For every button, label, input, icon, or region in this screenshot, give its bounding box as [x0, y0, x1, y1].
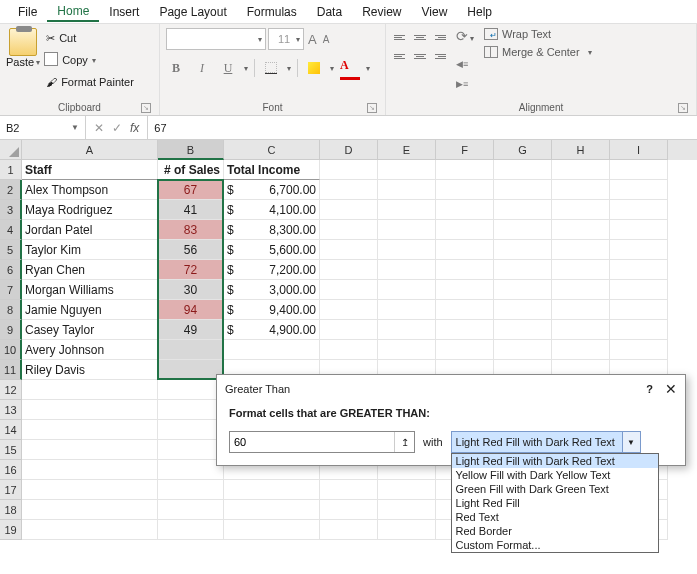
- cell-C3[interactable]: $4,100.00: [224, 200, 320, 220]
- cell-H3[interactable]: [552, 200, 610, 220]
- cell-D6[interactable]: [320, 260, 378, 280]
- cell-E18[interactable]: [378, 500, 436, 520]
- menu-formulas[interactable]: Formulas: [237, 3, 307, 21]
- cell-C1[interactable]: Total Income: [224, 160, 320, 180]
- align-top-right[interactable]: [430, 28, 448, 46]
- font-size-select[interactable]: 11▾: [268, 28, 304, 50]
- cell-B11[interactable]: [158, 360, 224, 380]
- cell-H8[interactable]: [552, 300, 610, 320]
- row-header[interactable]: 5: [0, 240, 22, 260]
- row-header[interactable]: 3: [0, 200, 22, 220]
- cell-G1[interactable]: [494, 160, 552, 180]
- align-left[interactable]: [392, 47, 410, 65]
- cell-E8[interactable]: [378, 300, 436, 320]
- cell-F6[interactable]: [436, 260, 494, 280]
- cell-B9[interactable]: 49: [158, 320, 224, 340]
- row-header[interactable]: 2: [0, 180, 22, 200]
- bold-button[interactable]: B: [166, 58, 186, 78]
- cell-B5[interactable]: 56: [158, 240, 224, 260]
- font-launcher[interactable]: ↘: [367, 103, 377, 113]
- format-painter-button[interactable]: Format Painter: [44, 72, 136, 92]
- cell-E2[interactable]: [378, 180, 436, 200]
- cell-F2[interactable]: [436, 180, 494, 200]
- cell-C10[interactable]: [224, 340, 320, 360]
- row-header[interactable]: 8: [0, 300, 22, 320]
- cell-D9[interactable]: [320, 320, 378, 340]
- cell-C8[interactable]: $9,400.00: [224, 300, 320, 320]
- fill-color-button[interactable]: [304, 58, 324, 78]
- increase-indent-button[interactable]: ▶≡: [456, 76, 476, 92]
- cell-D17[interactable]: [320, 480, 378, 500]
- cell-B7[interactable]: 30: [158, 280, 224, 300]
- col-header-F[interactable]: F: [436, 140, 494, 160]
- cell-E10[interactable]: [378, 340, 436, 360]
- cell-E5[interactable]: [378, 240, 436, 260]
- col-header-H[interactable]: H: [552, 140, 610, 160]
- cell-G3[interactable]: [494, 200, 552, 220]
- cell-A4[interactable]: Jordan Patel: [22, 220, 158, 240]
- cell-C4[interactable]: $8,300.00: [224, 220, 320, 240]
- select-all-corner[interactable]: [0, 140, 22, 160]
- align-right[interactable]: [430, 47, 448, 65]
- dialog-help-button[interactable]: ?: [646, 383, 653, 395]
- cell-B10[interactable]: [158, 340, 224, 360]
- cell-A19[interactable]: [22, 520, 158, 540]
- cell-I3[interactable]: [610, 200, 668, 220]
- row-header[interactable]: 15: [0, 440, 22, 460]
- col-header-E[interactable]: E: [378, 140, 436, 160]
- cell-F8[interactable]: [436, 300, 494, 320]
- cell-C6[interactable]: $7,200.00: [224, 260, 320, 280]
- cell-D8[interactable]: [320, 300, 378, 320]
- menu-help[interactable]: Help: [457, 3, 502, 21]
- cut-button[interactable]: Cut: [44, 28, 136, 48]
- format-option[interactable]: Yellow Fill with Dark Yellow Text: [452, 468, 658, 482]
- row-header[interactable]: 13: [0, 400, 22, 420]
- row-header[interactable]: 12: [0, 380, 22, 400]
- row-header[interactable]: 16: [0, 460, 22, 480]
- col-header-D[interactable]: D: [320, 140, 378, 160]
- format-option[interactable]: Custom Format...: [452, 538, 658, 552]
- cell-B1[interactable]: # of Sales: [158, 160, 224, 180]
- cell-G9[interactable]: [494, 320, 552, 340]
- cell-I8[interactable]: [610, 300, 668, 320]
- row-header[interactable]: 4: [0, 220, 22, 240]
- row-header[interactable]: 17: [0, 480, 22, 500]
- cell-G10[interactable]: [494, 340, 552, 360]
- cell-F9[interactable]: [436, 320, 494, 340]
- col-header-G[interactable]: G: [494, 140, 552, 160]
- cell-C18[interactable]: [224, 500, 320, 520]
- enter-formula-button[interactable]: ✓: [112, 121, 122, 135]
- cell-E6[interactable]: [378, 260, 436, 280]
- cell-A11[interactable]: Riley Davis: [22, 360, 158, 380]
- cell-I1[interactable]: [610, 160, 668, 180]
- menu-view[interactable]: View: [412, 3, 458, 21]
- cell-A13[interactable]: [22, 400, 158, 420]
- cell-H9[interactable]: [552, 320, 610, 340]
- format-option[interactable]: Red Text: [452, 510, 658, 524]
- row-header[interactable]: 11: [0, 360, 22, 380]
- cell-G8[interactable]: [494, 300, 552, 320]
- cell-A16[interactable]: [22, 460, 158, 480]
- format-option[interactable]: Red Border: [452, 524, 658, 538]
- menu-review[interactable]: Review: [352, 3, 411, 21]
- row-header[interactable]: 7: [0, 280, 22, 300]
- row-header[interactable]: 1: [0, 160, 22, 180]
- name-box[interactable]: B2▼: [0, 116, 86, 139]
- border-button[interactable]: [261, 58, 281, 78]
- row-header[interactable]: 18: [0, 500, 22, 520]
- cell-I2[interactable]: [610, 180, 668, 200]
- cell-G7[interactable]: [494, 280, 552, 300]
- range-selector-button[interactable]: ↥: [394, 432, 414, 452]
- cell-D4[interactable]: [320, 220, 378, 240]
- cell-D1[interactable]: [320, 160, 378, 180]
- cell-G2[interactable]: [494, 180, 552, 200]
- cell-C2[interactable]: $6,700.00: [224, 180, 320, 200]
- cell-H7[interactable]: [552, 280, 610, 300]
- cell-F5[interactable]: [436, 240, 494, 260]
- menu-insert[interactable]: Insert: [99, 3, 149, 21]
- cell-I4[interactable]: [610, 220, 668, 240]
- cell-F7[interactable]: [436, 280, 494, 300]
- cell-C17[interactable]: [224, 480, 320, 500]
- cell-C19[interactable]: [224, 520, 320, 540]
- cell-A15[interactable]: [22, 440, 158, 460]
